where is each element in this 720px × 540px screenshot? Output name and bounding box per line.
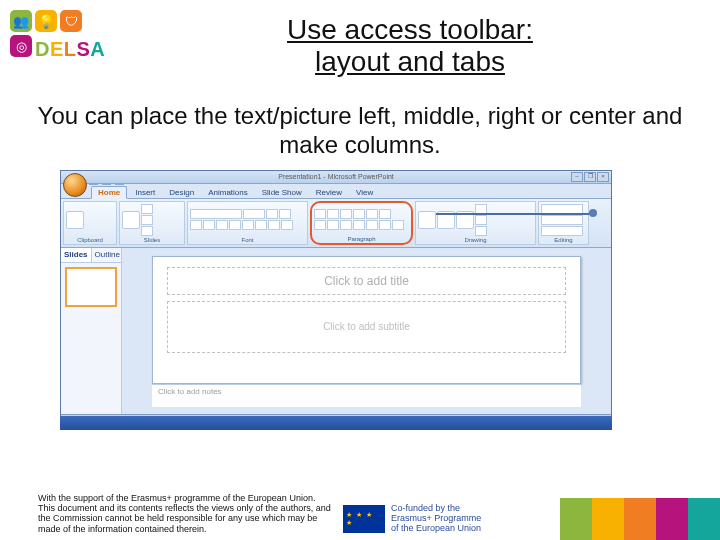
content-area: Slides Outline Click to add title Click … bbox=[61, 248, 611, 430]
align-left-icon[interactable] bbox=[314, 220, 326, 230]
replace-button[interactable] bbox=[541, 215, 583, 225]
delsa-wordmark: DELSA bbox=[35, 38, 105, 61]
group-drawing: Drawing bbox=[418, 237, 533, 243]
bold-icon[interactable] bbox=[190, 220, 202, 230]
spacing-icon[interactable] bbox=[255, 220, 267, 230]
group-editing: Editing bbox=[541, 237, 586, 243]
align-text-icon[interactable] bbox=[379, 220, 391, 230]
reset-button[interactable] bbox=[141, 215, 153, 225]
grow-font-icon[interactable] bbox=[266, 209, 278, 219]
slides-panel: Slides Outline bbox=[61, 248, 122, 430]
tab-home[interactable]: Home bbox=[91, 186, 127, 199]
window-titlebar: Presentation1 - Microsoft PowerPoint – ❐… bbox=[61, 171, 611, 184]
shrink-font-icon[interactable] bbox=[279, 209, 291, 219]
powerpoint-window: Presentation1 - Microsoft PowerPoint – ❐… bbox=[60, 170, 612, 430]
corner-teal-icon bbox=[688, 498, 720, 540]
shield-icon-tile: 🛡 bbox=[60, 10, 82, 32]
corner-yellow-icon bbox=[592, 498, 624, 540]
justify-icon[interactable] bbox=[353, 220, 365, 230]
numbering-icon[interactable] bbox=[327, 209, 339, 219]
tab-slide-show[interactable]: Slide Show bbox=[256, 187, 308, 198]
columns-icon[interactable] bbox=[366, 220, 378, 230]
eu-line1: Co-funded by the bbox=[391, 503, 460, 513]
underline-icon[interactable] bbox=[216, 220, 228, 230]
line-spacing-icon[interactable] bbox=[366, 209, 378, 219]
windows-taskbar bbox=[60, 416, 612, 430]
slide: 👥 💡 🛡 ◎ DELSA Use access toolbar: layout… bbox=[0, 0, 720, 540]
badge-icon-tile: ◎ bbox=[10, 35, 32, 57]
strike-icon[interactable] bbox=[229, 220, 241, 230]
corner-orange-icon bbox=[624, 498, 656, 540]
eu-flag-icon: ★ ★ ★ ★ bbox=[343, 505, 385, 533]
tab-view[interactable]: View bbox=[350, 187, 379, 198]
paragraph-group-highlight: Paragraph bbox=[310, 201, 413, 245]
font-color-icon[interactable] bbox=[281, 220, 293, 230]
eu-cofunded-badge: ★ ★ ★ ★ Co-funded by the Erasmus+ Progra… bbox=[343, 504, 481, 534]
group-clipboard: Clipboard bbox=[66, 237, 114, 243]
italic-icon[interactable] bbox=[203, 220, 215, 230]
panel-tab-slides[interactable]: Slides bbox=[61, 248, 92, 262]
tab-animations[interactable]: Animations bbox=[202, 187, 254, 198]
ribbon: Clipboard Slides bbox=[61, 199, 611, 248]
tab-insert[interactable]: Insert bbox=[129, 187, 161, 198]
slide-thumbnail-1[interactable] bbox=[65, 267, 117, 307]
subtitle-placeholder[interactable]: Click to add subtitle bbox=[167, 301, 566, 353]
shapes-icon[interactable] bbox=[418, 211, 436, 229]
slide-editor: Click to add title Click to add subtitle… bbox=[122, 248, 611, 430]
bullets-icon[interactable] bbox=[314, 209, 326, 219]
layout-button[interactable] bbox=[141, 204, 153, 214]
maximize-button[interactable]: ❐ bbox=[584, 172, 596, 182]
slide-title-line1: Use access toolbar: bbox=[287, 14, 533, 45]
align-center-icon[interactable] bbox=[327, 220, 339, 230]
people-icon-tile: 👥 bbox=[10, 10, 32, 32]
indent-inc-icon[interactable] bbox=[353, 209, 365, 219]
eu-line2: Erasmus+ Programme bbox=[391, 513, 481, 523]
shape-effects-button[interactable] bbox=[475, 226, 487, 236]
slide-title: Use access toolbar: layout and tabs bbox=[170, 10, 720, 78]
notes-pane[interactable]: Click to add notes bbox=[152, 384, 581, 407]
shape-outline-button[interactable] bbox=[475, 215, 487, 225]
bulb-icon-tile: 💡 bbox=[35, 10, 57, 32]
corner-pink-icon bbox=[656, 498, 688, 540]
align-right-icon[interactable] bbox=[340, 220, 352, 230]
tab-review[interactable]: Review bbox=[310, 187, 348, 198]
select-button[interactable] bbox=[541, 226, 583, 236]
header: 👥 💡 🛡 ◎ DELSA Use access toolbar: layout… bbox=[0, 0, 720, 78]
panel-tab-outline[interactable]: Outline bbox=[92, 248, 123, 262]
paste-icon[interactable] bbox=[66, 211, 84, 229]
new-slide-icon[interactable] bbox=[122, 211, 140, 229]
tab-design[interactable]: Design bbox=[163, 187, 200, 198]
corner-green-icon bbox=[560, 498, 592, 540]
eu-line3: of the European Union bbox=[391, 523, 481, 533]
group-paragraph: Paragraph bbox=[314, 236, 409, 242]
close-button[interactable]: × bbox=[597, 172, 609, 182]
case-icon[interactable] bbox=[268, 220, 280, 230]
font-size-select[interactable] bbox=[243, 209, 265, 219]
text-direction-icon[interactable] bbox=[379, 209, 391, 219]
smartart-icon[interactable] bbox=[392, 220, 404, 230]
group-font: Font bbox=[190, 237, 305, 243]
group-slides: Slides bbox=[122, 237, 182, 243]
delete-button[interactable] bbox=[141, 226, 153, 236]
window-title-text: Presentation1 - Microsoft PowerPoint bbox=[278, 173, 394, 180]
disclaimer-text: With the support of the Erasmus+ program… bbox=[38, 493, 333, 534]
callout-dot-icon bbox=[589, 209, 597, 217]
title-placeholder[interactable]: Click to add title bbox=[167, 267, 566, 295]
corner-logos bbox=[560, 498, 720, 540]
editor-slide[interactable]: Click to add title Click to add subtitle bbox=[152, 256, 581, 384]
office-button-icon[interactable] bbox=[63, 173, 87, 197]
shadow-icon[interactable] bbox=[242, 220, 254, 230]
indent-dec-icon[interactable] bbox=[340, 209, 352, 219]
body-text: You can place the text/picture left, mid… bbox=[30, 102, 690, 160]
minimize-button[interactable]: – bbox=[571, 172, 583, 182]
ribbon-tabs: Home Insert Design Animations Slide Show… bbox=[61, 184, 611, 199]
font-select[interactable] bbox=[190, 209, 242, 219]
delsa-logo: 👥 💡 🛡 ◎ DELSA bbox=[10, 10, 170, 61]
slide-title-line2: layout and tabs bbox=[315, 46, 505, 77]
callout-line bbox=[436, 213, 591, 215]
